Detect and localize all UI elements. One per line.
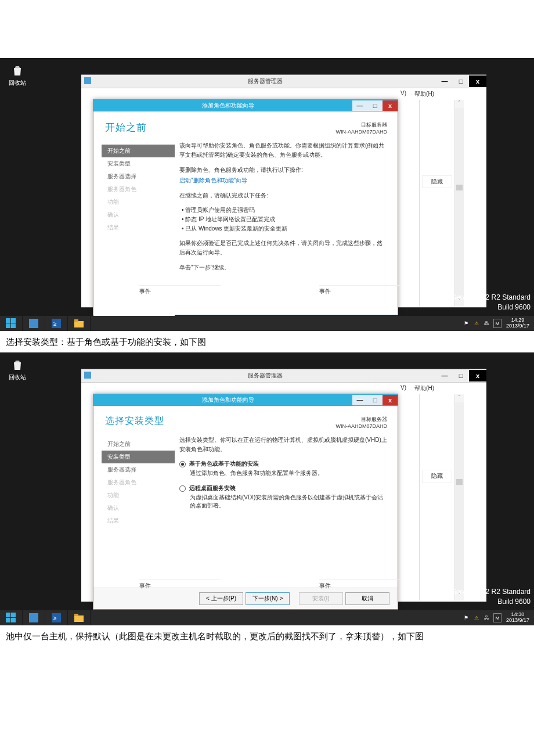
radio-role-based-title: 基于角色或基于功能的安装: [189, 460, 259, 468]
desktop-watermark: Windows Server 2012 R2 Standard Build 96…: [421, 587, 531, 607]
taskbar[interactable]: ≥ ⚑ ⚠ 🖧 M 14:29 2013/9/17: [0, 316, 534, 331]
taskbar-explorer[interactable]: [68, 610, 91, 625]
tray-flag-icon[interactable]: ⚑: [462, 319, 470, 327]
scrollbar[interactable]: ˄ ˅: [454, 100, 464, 306]
add-roles-wizard: 添加角色和功能向导 — □ x 开始之前 开始之前 安装类型: [93, 99, 398, 315]
tray-action-center-icon[interactable]: ⚠: [472, 614, 481, 622]
prev-button[interactable]: < 上一步(P): [199, 592, 243, 605]
radio-role-based[interactable]: 基于角色或基于功能的安装: [179, 460, 387, 468]
wizard-titlebar[interactable]: 添加角色和功能向导 — □ x: [93, 394, 398, 406]
tray-network-icon[interactable]: 🖧: [483, 614, 491, 622]
intro-text: 该向导可帮助你安装角色、角色服务或功能。你需要根据组织的计算要求(例如共享文档或…: [179, 141, 387, 160]
step-server-select[interactable]: 服务器选择: [102, 170, 175, 183]
taskbar-powershell[interactable]: ≥: [45, 610, 68, 625]
svg-rect-3: [6, 323, 10, 328]
step-results: 结果: [102, 221, 175, 234]
radio-rds-sub: 为虚拟桌面基础结构(VDI)安装所需的角色服务以创建基于虚拟机或基于会话的桌面部…: [190, 494, 387, 510]
wizard-titlebar[interactable]: 添加角色和功能向导 — □ x: [93, 100, 398, 111]
desktop-2: 回收站 服务器管理器 — □ x V) 帮助(H): [0, 352, 534, 625]
wizard-minimize-button[interactable]: —: [352, 395, 367, 405]
maximize-button[interactable]: □: [453, 370, 469, 381]
radio-icon[interactable]: [179, 485, 186, 492]
taskbar-server-manager[interactable]: [23, 316, 45, 331]
menu-view[interactable]: V): [400, 384, 406, 393]
maximize-button[interactable]: □: [453, 75, 469, 87]
desktop-1: 回收站 服务器管理器 — □ x V) 帮助(H): [0, 58, 534, 331]
taskbar[interactable]: ≥ ⚑ ⚠ 🖧 M 14:30 2013/9/17: [0, 610, 534, 625]
menu-help[interactable]: 帮助(H): [414, 384, 434, 393]
type-intro-text: 选择安装类型。你可以在正在运行的物理计算机、虚拟机或脱机虚拟硬盘(VHD)上安装…: [179, 435, 387, 454]
cancel-button[interactable]: 取消: [345, 592, 389, 605]
tray-ime-icon[interactable]: M: [493, 319, 501, 328]
install-button: 安装(I): [299, 592, 343, 605]
step-confirm: 确认: [102, 502, 175, 514]
taskbar-server-manager[interactable]: [23, 610, 45, 625]
hide-button[interactable]: 隐藏: [422, 175, 452, 188]
start-button[interactable]: [0, 316, 23, 331]
wizard-close-button[interactable]: x: [383, 100, 398, 111]
caption-1: 选择安装类型：基于角色或基于功能的安装，如下图: [0, 331, 534, 352]
target-label: 目标服务器: [179, 416, 387, 423]
continue-text: 单击"下一步"继续。: [179, 263, 387, 272]
recycle-bin-icon[interactable]: 回收站: [9, 64, 26, 87]
wizard-sidebar: 开始之前 开始之前 安装类型 服务器选择 服务器角色 功能 确认 结果: [93, 111, 175, 329]
menubar: V) 帮助(H): [81, 383, 486, 394]
svg-rect-13: [6, 618, 10, 622]
radio-rds-title: 远程桌面服务安装: [189, 484, 236, 492]
step-install-type[interactable]: 安装类型: [102, 451, 175, 463]
tray-clock[interactable]: 14:30 2013/9/17: [504, 612, 532, 624]
step-features: 功能: [102, 196, 175, 208]
add-roles-wizard: 添加角色和功能向导 — □ x 选择安装类型 开始之前 安装类型: [93, 394, 398, 610]
tray-flag-icon[interactable]: ⚑: [462, 614, 470, 622]
menu-view[interactable]: V): [400, 90, 406, 98]
outer-titlebar[interactable]: 服务器管理器 — □ x: [81, 75, 486, 88]
tray-clock[interactable]: 14:29 2013/9/17: [504, 318, 532, 329]
scroll-thumb[interactable]: [456, 479, 463, 485]
svg-rect-2: [11, 318, 16, 323]
outer-window-title: 服务器管理器: [94, 372, 436, 380]
svg-rect-14: [11, 618, 16, 622]
step-server-select[interactable]: 服务器选择: [102, 463, 175, 476]
outer-window-title: 服务器管理器: [94, 77, 436, 85]
scrollbar[interactable]: ˄ ˅: [454, 394, 464, 600]
next-button[interactable]: 下一步(N) >: [246, 592, 290, 605]
watermark-line2: Build 9600: [421, 597, 531, 607]
tray-ime-icon[interactable]: M: [493, 613, 501, 622]
scroll-thumb[interactable]: [456, 185, 463, 190]
step-install-type[interactable]: 安装类型: [102, 157, 175, 170]
svg-rect-11: [6, 613, 10, 617]
wizard-sidebar: 选择安装类型 开始之前 安装类型 服务器选择 服务器角色 功能 确认 结果: [93, 406, 175, 588]
remove-roles-link[interactable]: 启动"删除角色和功能"向导: [179, 176, 387, 185]
close-button[interactable]: x: [469, 75, 486, 87]
step-before-begin[interactable]: 开始之前: [102, 145, 175, 157]
minimize-button[interactable]: —: [436, 370, 453, 381]
svg-rect-10: [84, 372, 91, 379]
scroll-up-icon[interactable]: ˄: [455, 100, 464, 108]
bullet-2: • 静态 IP 地址等网络设置已配置完成: [179, 215, 387, 224]
wizard-heading: 开始之前: [105, 121, 175, 134]
menu-help[interactable]: 帮助(H): [414, 90, 434, 98]
start-button[interactable]: [0, 610, 23, 625]
step-before-begin[interactable]: 开始之前: [102, 438, 175, 451]
wizard-close-button[interactable]: x: [383, 395, 398, 405]
tray-network-icon[interactable]: 🖧: [483, 319, 491, 327]
right-panel: 隐藏: [419, 394, 454, 600]
radio-rds[interactable]: 远程桌面服务安装: [179, 484, 387, 492]
taskbar-explorer[interactable]: [68, 316, 91, 331]
right-panel: 隐藏: [419, 100, 454, 306]
hide-button[interactable]: 隐藏: [422, 470, 452, 483]
wizard-maximize-button[interactable]: □: [367, 100, 383, 111]
recycle-bin-icon[interactable]: 回收站: [9, 358, 26, 381]
wizard-minimize-button[interactable]: —: [352, 100, 367, 111]
scroll-up-icon[interactable]: ˄: [455, 394, 464, 402]
radio-icon[interactable]: [179, 461, 186, 467]
tray-action-center-icon[interactable]: ⚠: [472, 319, 481, 327]
close-button[interactable]: x: [469, 370, 486, 381]
recycle-bin-label: 回收站: [9, 374, 26, 380]
minimize-button[interactable]: —: [436, 75, 453, 87]
step-confirm: 确认: [102, 208, 175, 221]
wizard-maximize-button[interactable]: □: [367, 395, 383, 405]
taskbar-powershell[interactable]: ≥: [45, 316, 68, 331]
svg-rect-9: [74, 319, 78, 322]
outer-titlebar[interactable]: 服务器管理器 — □ x: [81, 369, 486, 383]
